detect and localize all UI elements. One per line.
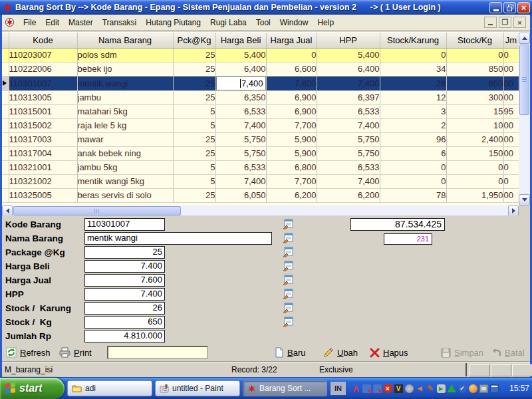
cell-jm[interactable]: 00 (503, 90, 519, 104)
cell-beli[interactable]: 6,050 (215, 188, 266, 202)
package-field[interactable]: 25 (84, 246, 165, 259)
cell-jm[interactable]: 00 (503, 62, 519, 76)
cell-jm[interactable]: 0 (503, 160, 519, 174)
table-row[interactable]: 110203007 polos sdm 25 5,400 0 5,400 0 0… (2, 48, 519, 62)
stock-karung-field[interactable]: 26 (84, 302, 165, 315)
table-row[interactable]: 110315002 raja lele 5 kg 5 7,400 7,700 7… (2, 118, 519, 132)
form-builder-icon[interactable] (282, 233, 293, 243)
vpn-triangle-icon[interactable] (448, 384, 456, 393)
nama-barang-field[interactable]: mentik wangi (84, 232, 272, 245)
mdi-minimize-button[interactable] (484, 17, 497, 28)
vertical-scroll-thumb[interactable] (519, 45, 529, 115)
cell-nama[interactable]: polos sdm (77, 48, 173, 62)
cell-hpp[interactable]: 6,200 (317, 188, 380, 202)
history-gray-icon[interactable] (405, 384, 414, 393)
cell-kg[interactable]: 1,950 (446, 188, 503, 202)
cell-pck[interactable]: 25 (173, 90, 215, 104)
cell-hpp[interactable]: 5,750 (317, 132, 380, 146)
cell-nama[interactable]: matahari 5kg (77, 104, 173, 118)
menu-transaksi[interactable]: Transaksi (98, 17, 142, 29)
cell-nama[interactable]: beras servis di solo (77, 188, 173, 202)
cell-beli[interactable]: 6,533 (215, 104, 266, 118)
cell-beli-editing[interactable]: 7,400 (215, 76, 266, 90)
cell-jual[interactable]: 5,900 (266, 146, 317, 160)
cell-nama[interactable]: mentik wangi (77, 76, 173, 90)
mdi-close-button[interactable]: × (513, 17, 526, 28)
cell-jm[interactable]: 00 (503, 76, 519, 90)
cell-kg[interactable]: 0 (446, 174, 503, 188)
scroll-left-button[interactable] (2, 205, 13, 216)
cell-nama[interactable]: mentik wangi 5kg (77, 174, 173, 188)
cell-jual[interactable]: 6,900 (266, 90, 317, 104)
cell-kg[interactable]: 150 (446, 146, 503, 160)
cell-kg[interactable]: 300 (446, 90, 503, 104)
print-button[interactable]: Print (59, 344, 92, 360)
cell-karung[interactable]: 26 (380, 76, 446, 90)
ubah-button[interactable]: Ubah (323, 344, 358, 360)
cell-hpp[interactable]: 7,400 (317, 174, 380, 188)
cell-jm[interactable]: 00 (503, 146, 519, 160)
menu-rugi-laba[interactable]: Rugi Laba (205, 17, 251, 29)
taskbar-item-barang-sort-active[interactable]: Barang Sort ... (243, 380, 327, 396)
cell-beli[interactable]: 6,400 (215, 62, 266, 76)
table-row[interactable]: 110321002 mentik wangi 5kg 5 7,400 7,700… (2, 174, 519, 188)
cell-pck[interactable]: 25 (173, 48, 215, 62)
cell-pck[interactable]: 5 (173, 104, 215, 118)
cell-beli[interactable]: 6,350 (215, 90, 266, 104)
cell-kode[interactable]: 110325005 (9, 188, 77, 202)
form-builder-icon[interactable] (282, 247, 293, 257)
cell-hpp[interactable]: 6,400 (317, 62, 380, 76)
cell-jm[interactable]: 0 (503, 48, 519, 62)
cell-jual[interactable]: 6,800 (266, 160, 317, 174)
cell-jual[interactable]: 7,600 (266, 76, 317, 90)
inline-edit-field[interactable]: 7,400 (216, 76, 266, 90)
batal-button-disabled[interactable]: Batal (491, 344, 525, 360)
cell-jm[interactable]: 00 (503, 132, 519, 146)
language-indicator[interactable]: IN (331, 382, 346, 395)
cell-pck[interactable]: 5 (173, 118, 215, 132)
cell-hpp[interactable]: 5,750 (317, 146, 380, 160)
pen-tool-icon[interactable]: ✎ (426, 384, 435, 393)
simpan-button-disabled[interactable]: Simpan (441, 344, 483, 360)
network-disabled-icon[interactable] (362, 384, 371, 393)
cell-karung[interactable]: 96 (380, 132, 446, 146)
stock-kg-field[interactable]: 650 (84, 316, 165, 329)
cell-hpp[interactable]: 7,400 (317, 118, 380, 132)
cell-beli[interactable]: 5,400 (215, 48, 266, 62)
scroll-up-button[interactable] (519, 33, 530, 44)
close-button[interactable]: × (517, 2, 530, 13)
form-builder-icon[interactable] (282, 219, 293, 229)
cell-beli[interactable]: 7,400 (215, 118, 266, 132)
cell-karung[interactable]: 0 (380, 160, 446, 174)
cell-karung[interactable]: 6 (380, 146, 446, 160)
cell-jm[interactable]: 00 (503, 118, 519, 132)
cell-kode[interactable]: 110321002 (9, 174, 77, 188)
cell-karung[interactable]: 0 (380, 174, 446, 188)
cell-jual[interactable]: 6,200 (266, 188, 317, 202)
cell-kode[interactable]: 110203007 (9, 48, 77, 62)
kode-barang-field[interactable]: 110301007 (84, 218, 165, 231)
table-row[interactable]: 110313005 jambu 25 6,350 6,900 6,397 12 … (2, 90, 519, 104)
cell-jual[interactable]: 7,700 (266, 118, 317, 132)
cell-jm[interactable]: 95 (503, 104, 519, 118)
vertical-scrollbar[interactable] (519, 33, 530, 205)
cell-beli[interactable]: 5,750 (215, 146, 266, 160)
cell-kode[interactable]: 110315002 (9, 118, 77, 132)
cell-pck[interactable]: 5 (173, 160, 215, 174)
table-row[interactable]: 110222006 bebek ijo 25 6,400 6,600 6,400… (2, 62, 519, 76)
start-button[interactable]: start (0, 378, 65, 399)
cell-beli[interactable]: 7,400 (215, 174, 266, 188)
menu-file[interactable]: File (19, 17, 41, 29)
cell-karung[interactable]: 0 (380, 48, 446, 62)
performance-red-icon[interactable]: Λ (352, 384, 360, 393)
table-row[interactable]: 110315001 matahari 5kg 5 6,533 6,900 6,5… (2, 104, 519, 118)
minimize-button[interactable] (489, 2, 502, 13)
cell-nama[interactable]: mawar (77, 132, 173, 146)
taskbar-item-paint[interactable]: untitled - Paint (155, 380, 240, 396)
cell-jual[interactable]: 5,900 (266, 132, 317, 146)
cell-hpp[interactable]: 5,400 (317, 48, 380, 62)
harga-beli-field[interactable]: 7.400 (84, 260, 165, 273)
baru-button[interactable]: Baru (275, 344, 305, 360)
cell-kg[interactable]: 650 (446, 76, 503, 90)
cell-kode[interactable]: 110222006 (9, 62, 77, 76)
